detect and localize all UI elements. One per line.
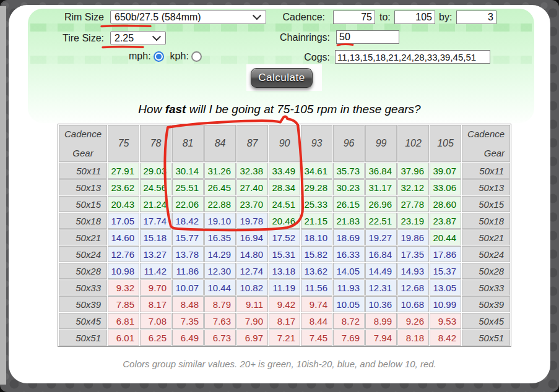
- speed-table-body: 50x1127.9129.0330.1431.2632.3833.4934.61…: [59, 163, 510, 346]
- speed-cell: 28.60: [430, 196, 461, 212]
- gear-label-cell: 50x33: [462, 279, 510, 296]
- cadence-from-input[interactable]: [333, 11, 375, 24]
- gear-label-cell: 50x21: [59, 229, 107, 245]
- speed-cell: 7.63: [204, 313, 236, 329]
- gear-label-cell: 50x45: [462, 313, 510, 329]
- cadence-header-cell: 84: [204, 125, 236, 162]
- speed-cell: 33.06: [430, 179, 461, 195]
- window-left-edge: [0, 6, 6, 385]
- speed-cell: 16.94: [236, 229, 268, 245]
- speed-cell: 21.15: [301, 213, 332, 229]
- mph-radio[interactable]: [154, 51, 164, 62]
- cadence-by-input[interactable]: [456, 11, 496, 24]
- speed-cell: 18.42: [172, 213, 204, 229]
- speed-cell: 9.70: [140, 279, 171, 296]
- speed-cell: 15.82: [301, 246, 332, 262]
- speed-cell: 11.19: [269, 279, 300, 296]
- gear-label-cell: 50x11: [59, 163, 107, 179]
- cadence-header-cell: 93: [301, 125, 332, 162]
- speed-cell: 20.44: [430, 229, 461, 245]
- speed-cell: 13.18: [269, 263, 300, 279]
- gear-label-cell: 50x18: [462, 213, 510, 229]
- table-row: 50x1127.9129.0330.1431.2632.3833.4934.61…: [59, 163, 510, 179]
- tire-size-select[interactable]: 2.25: [110, 31, 166, 45]
- table-row: 50x339.329.7010.0710.4410.8211.1911.5611…: [59, 279, 510, 296]
- speed-cell: 6.01: [108, 330, 139, 346]
- speed-cell: 12.76: [108, 246, 139, 262]
- rim-size-select[interactable]: 650b/27.5 (584mm): [110, 10, 266, 24]
- cadence-header-cell: 81: [172, 125, 204, 162]
- cadence-to-input[interactable]: [394, 11, 435, 24]
- speed-cell: 9.32: [108, 279, 139, 296]
- speed-cell: 8.17: [269, 313, 300, 329]
- panel-texture-band: [30, 23, 532, 32]
- speed-cell: 7.45: [301, 330, 332, 346]
- gear-label-cell: 50x24: [59, 246, 107, 262]
- cadence-header-cell: 75: [108, 125, 139, 162]
- speed-cell: 7.21: [269, 330, 300, 346]
- calculate-button[interactable]: Calculate: [251, 68, 313, 88]
- speed-cell: 31.26: [204, 163, 236, 179]
- speed-cell: 29.03: [140, 163, 171, 179]
- speed-table: CadenceGear757881848790939699102105Caden…: [58, 124, 511, 347]
- speed-cell: 10.99: [430, 296, 461, 312]
- speed-cell: 13.05: [430, 279, 461, 296]
- speed-cell: 16.84: [365, 246, 397, 262]
- speed-cell: 11.56: [301, 279, 332, 296]
- speed-cell: 39.07: [430, 163, 461, 179]
- speed-cell: 32.12: [397, 179, 429, 195]
- speed-cell: 9.53: [430, 313, 461, 329]
- gear-label-cell: 50x13: [462, 179, 510, 195]
- speed-cell: 8.48: [172, 296, 204, 312]
- speed-cell: 10.82: [236, 279, 268, 296]
- table-row: 50x397.858.178.488.799.119.429.7410.0510…: [59, 296, 510, 312]
- speed-cell: 14.93: [397, 263, 429, 279]
- to-label: to:: [379, 12, 391, 23]
- speed-cell: 19.78: [236, 213, 268, 229]
- speed-cell: 15.31: [269, 246, 300, 262]
- speed-cell: 13.78: [172, 246, 204, 262]
- mph-label: mph:: [129, 51, 151, 62]
- speed-cell: 37.96: [397, 163, 429, 179]
- speed-cell: 11.93: [333, 279, 365, 296]
- speed-cell: 26.45: [204, 179, 236, 195]
- speed-cell: 6.73: [204, 330, 236, 346]
- speed-cell: 6.25: [140, 330, 171, 346]
- speed-cell: 15.18: [140, 229, 171, 245]
- speed-cell: 7.35: [172, 313, 204, 329]
- speed-cell: 27.91: [108, 163, 139, 179]
- speed-cell: 7.94: [365, 330, 397, 346]
- gear-label-cell: 50x15: [59, 196, 107, 212]
- speed-cell: 18.10: [301, 229, 332, 245]
- speed-cell: 6.97: [236, 330, 268, 346]
- table-row: 50x1817.0517.7418.4219.1019.7820.4621.15…: [59, 213, 510, 229]
- speed-cell: 6.49: [172, 330, 204, 346]
- speed-cell: 14.05: [333, 263, 365, 279]
- cadence-gear-corner-cell: CadenceGear: [59, 125, 107, 162]
- units-radio-group: mph: kph:: [129, 51, 204, 62]
- speed-cell: 17.74: [140, 213, 171, 229]
- speed-cell: 20.43: [108, 196, 139, 212]
- speed-cell: 25.33: [301, 196, 332, 212]
- speed-cell: 9.11: [236, 296, 268, 312]
- rim-size-value: 650b/27.5 (584mm): [115, 12, 201, 23]
- chevron-down-icon: [152, 32, 161, 41]
- speed-cell: 9.26: [397, 313, 429, 329]
- cogs-input[interactable]: [335, 50, 490, 64]
- speed-cell: 29.28: [301, 179, 332, 195]
- speed-cell: 17.05: [108, 213, 139, 229]
- kph-radio[interactable]: [191, 51, 202, 62]
- speed-cell: 22.06: [172, 196, 204, 212]
- speed-cell: 14.49: [365, 263, 397, 279]
- chainrings-input[interactable]: [336, 30, 399, 44]
- speed-cell: 30.14: [172, 163, 204, 179]
- speed-cell: 15.77: [172, 229, 204, 245]
- speed-cell: 10.68: [397, 296, 429, 312]
- gear-label-cell: 50x39: [59, 296, 107, 312]
- speed-cell: 19.10: [204, 213, 236, 229]
- cadence-header-cell: 87: [236, 125, 268, 162]
- cadence-header-cell: 99: [365, 125, 397, 162]
- cadence-header-cell: 96: [333, 125, 365, 162]
- gear-label-cell: 50x18: [59, 213, 107, 229]
- speed-cell: 24.56: [140, 179, 171, 195]
